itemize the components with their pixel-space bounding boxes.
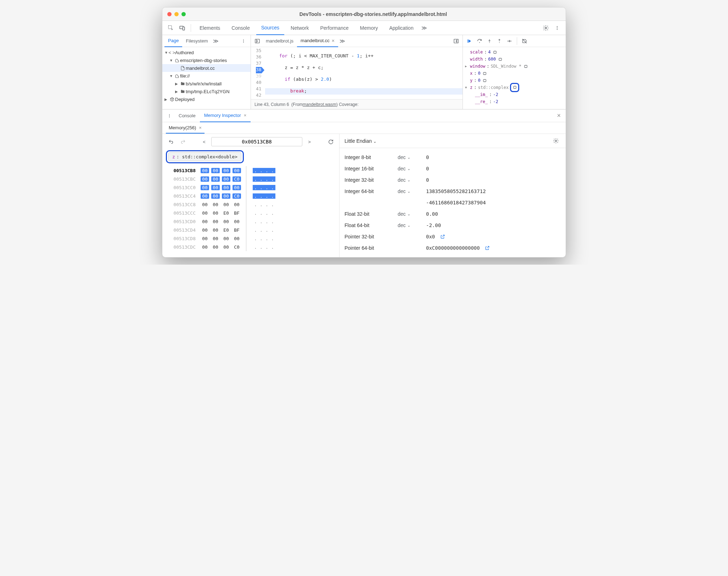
hex-row[interactable]: 00513CBC000000C0.... xyxy=(166,175,336,183)
scope-row[interactable]: scale: 4 xyxy=(465,49,564,56)
code-tab-cc[interactable]: mandelbrot.cc× xyxy=(297,35,338,47)
code-debug-toggle-icon[interactable] xyxy=(451,36,461,46)
nav-more-chevron-icon[interactable]: ≫ xyxy=(212,38,220,44)
jump-to-address-icon[interactable] xyxy=(440,234,445,239)
inspect-element-icon[interactable] xyxy=(166,23,176,33)
svg-rect-21 xyxy=(483,79,486,81)
close-drawer-icon[interactable]: × xyxy=(554,112,564,119)
tab-network[interactable]: Network xyxy=(286,21,314,35)
editor-status-bar: Line 43, Column 6 (From mandelbrot.wasm)… xyxy=(251,99,463,109)
reveal-in-memory-icon[interactable] xyxy=(482,78,488,83)
kebab-menu-icon[interactable] xyxy=(552,23,562,33)
step-over-icon[interactable] xyxy=(475,36,484,46)
memory-object-tag[interactable]: z: std::complex<double> xyxy=(168,152,241,161)
nav-kebab-icon[interactable] xyxy=(239,36,248,46)
step-icon[interactable] xyxy=(505,36,514,46)
svg-point-7 xyxy=(243,39,244,40)
reveal-in-memory-icon[interactable] xyxy=(492,49,498,55)
tree-authored[interactable]: ▼< >Authored xyxy=(162,49,251,56)
scope-row[interactable]: x: 0 xyxy=(465,70,564,77)
tab-sources[interactable]: Sources xyxy=(256,21,284,35)
scope-row[interactable]: __re_: -2 xyxy=(465,98,564,105)
window-title: DevTools - emscripten-dbg-stories.netlif… xyxy=(186,11,561,17)
close-window-button[interactable] xyxy=(167,12,172,16)
scope-row[interactable]: __im_: -2 xyxy=(465,91,564,98)
format-select[interactable]: dec ⌄ xyxy=(398,166,426,171)
close-tab-icon[interactable]: × xyxy=(332,38,335,44)
drawer-tab-memory-inspector[interactable]: Memory Inspector × xyxy=(200,109,251,122)
format-select[interactable]: dec ⌄ xyxy=(398,154,426,160)
jump-to-address-icon[interactable] xyxy=(485,245,490,251)
hex-row[interactable]: 00513CD800000000.... xyxy=(166,234,336,243)
tree-file-mandelbrot-cc[interactable]: mandelbrot.cc xyxy=(162,64,251,72)
value-row: Integer 32-bitdec ⌄0 xyxy=(345,174,561,186)
step-into-icon[interactable] xyxy=(485,36,494,46)
device-toolbar-icon[interactable] xyxy=(177,23,187,33)
memory-settings-gear-icon[interactable] xyxy=(551,136,561,146)
zoom-window-button[interactable] xyxy=(181,12,186,16)
tree-deployed[interactable]: ▶Deployed xyxy=(162,95,251,103)
address-next-icon[interactable]: > xyxy=(304,137,314,147)
close-memory-sub-icon[interactable]: × xyxy=(199,125,202,130)
hex-row[interactable]: 00513CB800000000.... xyxy=(166,166,336,175)
refresh-icon[interactable] xyxy=(326,137,336,147)
tree-folder-2[interactable]: ▶tmp/tmp.ELcTq2YGN xyxy=(162,87,251,95)
debugger-toolbar xyxy=(463,35,566,47)
undo-icon[interactable] xyxy=(166,137,176,147)
memory-inspector-body: < > z: std::complex<double> 00513CB80000… xyxy=(162,134,566,257)
tab-memory[interactable]: Memory xyxy=(355,21,383,35)
address-prev-icon[interactable]: < xyxy=(199,137,209,147)
tree-origin-2[interactable]: ▼file:// xyxy=(162,72,251,80)
format-select[interactable]: dec ⌄ xyxy=(398,188,426,194)
hex-row[interactable]: 00513CD000000000.... xyxy=(166,217,336,226)
deactivate-breakpoints-icon[interactable] xyxy=(520,36,529,46)
scope-row[interactable]: ▼z: std::complex xyxy=(465,84,564,91)
code-content[interactable]: for (; i < MAX_ITER_COUNT - 1; i++ z = z… xyxy=(265,47,463,99)
reveal-in-memory-icon[interactable] xyxy=(497,56,503,62)
tab-performance[interactable]: Performance xyxy=(315,21,353,35)
format-select[interactable]: dec ⌄ xyxy=(398,211,426,217)
wasm-source-link[interactable]: mandelbrot.wasm xyxy=(303,102,336,107)
reveal-in-memory-icon[interactable] xyxy=(512,84,517,90)
svg-rect-18 xyxy=(499,58,502,60)
hex-row[interactable]: 00513CCC0000E0BF.... xyxy=(166,209,336,217)
resume-button-icon[interactable] xyxy=(465,36,474,46)
reveal-in-memory-icon[interactable] xyxy=(523,63,528,69)
step-out-icon[interactable] xyxy=(495,36,504,46)
tree-origin-1[interactable]: ▼emscripten-dbg-stories xyxy=(162,56,251,64)
tree-folder-1[interactable]: ▶b/s/w/ir/x/w/install xyxy=(162,80,251,87)
memory-address-input[interactable] xyxy=(211,137,302,146)
hex-row[interactable]: 00513CC800000000.... xyxy=(166,200,336,209)
svg-point-6 xyxy=(557,29,558,29)
drawer-tab-console[interactable]: Console xyxy=(174,109,200,122)
tab-application[interactable]: Application xyxy=(384,21,419,35)
drawer-kebab-icon[interactable] xyxy=(164,111,174,121)
hex-row[interactable]: 00513CC000000000.... xyxy=(166,183,336,192)
hex-row[interactable]: 00513CD40000E0BF.... xyxy=(166,226,336,234)
format-select[interactable]: dec ⌄ xyxy=(398,222,426,228)
format-select[interactable]: dec ⌄ xyxy=(398,177,426,183)
memory-sub-tab[interactable]: Memory(256) × xyxy=(166,122,205,134)
value-row: Integer 8-bitdec ⌄0 xyxy=(345,152,561,163)
settings-gear-icon[interactable] xyxy=(541,23,551,33)
code-tab-js[interactable]: mandelbrot.js xyxy=(262,35,297,47)
tab-elements[interactable]: Elements xyxy=(195,21,225,35)
code-sidebar-toggle-icon[interactable] xyxy=(252,36,262,46)
titlebar: DevTools - emscripten-dbg-stories.netlif… xyxy=(162,7,566,21)
scope-row[interactable]: ▶window: SDL_Window * xyxy=(465,63,564,70)
hex-viewer[interactable]: 00513CB800000000....00513CBC000000C0....… xyxy=(166,166,336,251)
minimize-window-button[interactable] xyxy=(174,12,179,16)
hex-row[interactable]: 00513CDC000000C0.... xyxy=(166,243,336,251)
tab-console[interactable]: Console xyxy=(226,21,254,35)
code-more-chevron-icon[interactable]: ≫ xyxy=(338,38,347,44)
svg-rect-12 xyxy=(467,39,468,43)
reveal-in-memory-icon[interactable] xyxy=(482,70,488,76)
nav-tab-page[interactable]: Page xyxy=(164,35,182,47)
nav-tab-filesystem[interactable]: Filesystem xyxy=(182,35,211,47)
redo-icon[interactable] xyxy=(178,137,188,147)
more-tabs-chevron-icon[interactable]: ≫ xyxy=(420,25,429,31)
close-drawer-tab-icon[interactable]: × xyxy=(244,113,247,118)
hex-row[interactable]: 00513CC4000000C0.... xyxy=(166,192,336,200)
endian-select[interactable]: Little Endian ⌄ xyxy=(345,138,376,144)
scope-row[interactable]: width: 600 xyxy=(465,56,564,63)
